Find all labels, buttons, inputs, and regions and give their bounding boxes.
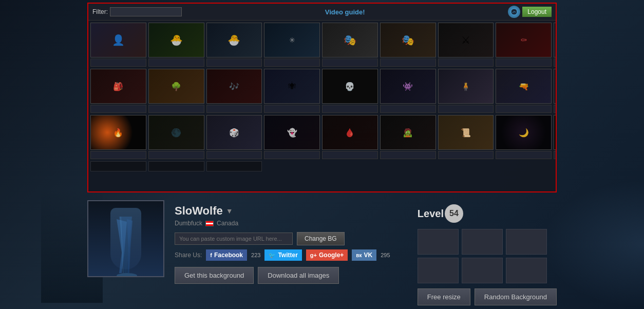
thumbnail[interactable]: 👾 (380, 69, 436, 104)
thumbnail[interactable] (206, 161, 262, 171)
thumbnail[interactable]: 🩸 (322, 115, 378, 150)
thumbnail[interactable]: ⚰ (496, 23, 552, 57)
filter-label: Filter: (92, 8, 108, 15)
thumbnail[interactable] (554, 115, 556, 150)
googleplus-label: Google+ (319, 252, 344, 259)
thumb-cell: 🌑 (148, 115, 204, 159)
thumb-icon: 🔥 (113, 128, 123, 138)
user-subtitle: Dumbfuck (175, 220, 202, 227)
logout-button[interactable]: Logout (522, 7, 552, 17)
thumbnail[interactable]: 📜 (438, 115, 494, 150)
username-dropdown[interactable]: ▼ (226, 207, 233, 215)
steam-icon (508, 6, 520, 18)
thumb-icon: 🌳 (171, 82, 181, 91)
custom-bg-input[interactable] (175, 233, 293, 245)
thumb-cell: 🐣 (148, 23, 204, 67)
thumb-label (438, 105, 494, 113)
googleplus-button[interactable]: g+ Google+ (306, 249, 348, 261)
thumb-icon: 🐣 (170, 34, 183, 46)
thumb-cell: 🔥 (90, 115, 146, 159)
filter-input[interactable] (110, 7, 182, 16)
thumb-label (554, 151, 556, 159)
thumbnail[interactable]: 🎲 (206, 115, 262, 150)
video-guide-link[interactable]: Video guide! (182, 8, 508, 16)
thumb-label (148, 105, 204, 113)
badge-slot (506, 258, 547, 283)
thumbnail[interactable]: 🎒 (90, 69, 146, 104)
thumb-icon: 🐣 (228, 34, 240, 46)
twitter-button[interactable]: 🐦 Twitter (264, 249, 301, 261)
thumb-icon: 🌙 (519, 128, 529, 138)
facebook-count: 223 (251, 252, 260, 258)
thumbnail[interactable]: 🌙 (496, 115, 552, 150)
thumbnail[interactable]: 🎭 (380, 23, 436, 57)
resize-random-row: Free resize Random Background (418, 288, 557, 305)
thumbnail[interactable]: 🐣 (148, 23, 204, 57)
thumb-cell: 🎲 (206, 115, 262, 159)
thumbnail[interactable] (90, 161, 146, 171)
thumb-label (264, 151, 320, 159)
thumb-cell (206, 161, 262, 171)
vk-button[interactable]: вк VK (352, 249, 376, 261)
level-label: Level (418, 208, 444, 220)
thumb-icon: 🔫 (519, 82, 529, 91)
thumbnail[interactable]: 🎭 (322, 23, 378, 57)
gp-icon: g+ (310, 252, 317, 258)
gallery-row-4 (90, 161, 554, 171)
thumb-icon: 🩸 (345, 128, 355, 138)
thumb-icon: 👻 (287, 128, 297, 138)
vk-icon: вк (356, 253, 362, 258)
profile-info: SloWolfe ▼ Dumbfuck Canada Change BG Sha… (164, 200, 407, 288)
thumb-label (554, 105, 556, 113)
thumb-icon: 💀 (345, 82, 355, 91)
thumb-icon: 🎲 (229, 128, 239, 138)
action-buttons: Get this background Download all images (175, 267, 397, 284)
thumb-icon: ⚰ (520, 35, 527, 45)
share-row: Share Us: f Facebook 223 🐦 Twitter g+ Go… (175, 249, 397, 261)
get-background-button[interactable]: Get this background (175, 267, 254, 284)
share-label: Share Us: (175, 252, 202, 259)
thumbnail[interactable]: 👤 (90, 23, 146, 57)
avatar-glow (110, 208, 141, 269)
thumbnail[interactable]: 👻 (264, 115, 320, 150)
download-all-button[interactable]: Download all images (258, 267, 339, 284)
thumbnail[interactable]: 🎶 (206, 69, 262, 104)
thumbnail[interactable]: 🔥 (90, 115, 146, 150)
thumbnail[interactable]: 🐣 (206, 23, 262, 57)
thumbnail[interactable]: 🎮 (554, 69, 556, 104)
thumb-icon: 🎭 (344, 34, 356, 46)
tw-icon: 🐦 (269, 252, 276, 259)
thumbnail[interactable]: ✳ (264, 23, 320, 57)
thumb-cell: 💀 (322, 69, 378, 113)
thumb-label (496, 59, 552, 67)
thumb-cell (554, 115, 556, 159)
thumb-label (90, 59, 146, 67)
free-resize-button[interactable]: Free resize (418, 288, 470, 305)
facebook-button[interactable]: f Facebook (206, 249, 247, 261)
thumbnail[interactable] (148, 161, 204, 171)
user-country: Canada (217, 220, 238, 227)
thumbnail[interactable]: ⚔ (438, 23, 494, 57)
thumb-cell: 👻 (264, 115, 320, 159)
thumb-cell: 🐣 (206, 23, 262, 67)
thumbnail[interactable]: 🌳 (148, 69, 204, 104)
thumb-label (322, 151, 378, 159)
thumbnail[interactable]: 🔫 (496, 69, 552, 104)
thumb-cell: 🔫 (496, 69, 552, 113)
thumb-label (380, 59, 436, 67)
thumbnail[interactable]: 💀 (322, 69, 378, 104)
change-bg-button[interactable]: Change BG (297, 232, 345, 245)
thumbnail[interactable]: 🌑 (148, 115, 204, 150)
thumbnail[interactable]: 🕷 (264, 69, 320, 104)
thumbnail[interactable]: 🧍 (438, 69, 494, 104)
thumb-label (148, 151, 204, 159)
thumb-cell: ⚔ (438, 23, 494, 67)
random-background-button[interactable]: Random Background (475, 288, 557, 305)
thumbnail[interactable]: 🧟 (380, 115, 436, 150)
gallery-panel: Filter: Video guide! Logout 👤 (87, 3, 557, 192)
username: SloWolfe (175, 204, 223, 218)
gallery-scroll[interactable]: 👤 🐣 🐣 ✳ 🎭 (88, 21, 556, 191)
thumbnail[interactable]: ⚙ (554, 23, 556, 57)
thumb-cell: 🩸 (322, 115, 378, 159)
thumb-cell (90, 161, 146, 171)
